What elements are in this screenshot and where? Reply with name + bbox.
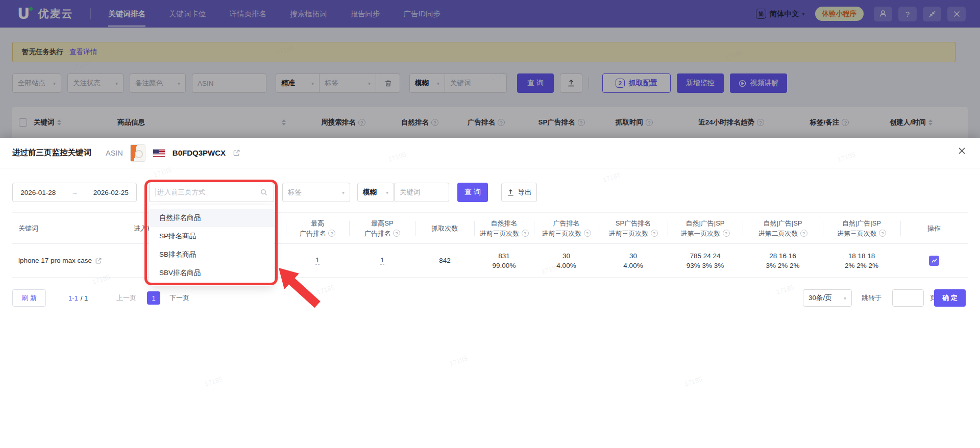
modal-filter-bar: 2026-01-28 → 2026-02-25 进入前三页方式 标签▾ 模糊▾ xyxy=(0,183,980,202)
search-icon xyxy=(260,189,267,196)
pagination-bar: 刷 新 1-1/ 1 上一页 1 下一页 30条/页▾ 跳转于 页 确 定 xyxy=(0,289,980,307)
dropdown-option-sb[interactable]: SB排名商品 xyxy=(149,245,274,264)
line-chart-icon xyxy=(931,257,938,264)
confirm-button[interactable]: 确 定 xyxy=(934,289,966,307)
col-actions: 操作 xyxy=(900,213,968,243)
tag-select[interactable]: 标签▾ xyxy=(282,183,350,202)
col-keyword: 关键词 xyxy=(12,213,128,243)
col-page1-count: 自然|广告|SP 进第一页次数? xyxy=(668,213,743,243)
max-sp-ad-rank-cell: 1 xyxy=(349,244,415,277)
sp-ad-top3-cell: 304.00% xyxy=(599,244,668,277)
jump-page-input[interactable] xyxy=(892,289,924,307)
arrow-right-icon: → xyxy=(71,189,78,196)
asin-value: B0FDQ3PWCX xyxy=(173,148,226,157)
page1-count-cell: 785 24 2493% 3% 3% xyxy=(668,244,743,277)
info-icon[interactable]: ? xyxy=(328,230,335,237)
col-sp-ad-top3: SP广告排名 进前三页次数? xyxy=(599,213,668,243)
upload-icon xyxy=(507,189,514,196)
external-link-icon[interactable] xyxy=(95,257,102,264)
entry-method-select[interactable]: 进入前三页方式 xyxy=(149,183,274,202)
col-max-sp-ad-rank: 最高SP 广告排名? xyxy=(349,213,415,243)
page-size-select[interactable]: 30条/页▾ xyxy=(803,289,852,307)
actions-cell xyxy=(900,244,968,277)
col-organic-top3: 自然排名 进前三页次数? xyxy=(474,213,534,243)
date-from: 2026-01-28 xyxy=(20,189,56,196)
info-icon[interactable]: ? xyxy=(723,230,730,237)
col-page3-count: 自然|广告|SP 进第三页次数? xyxy=(823,213,900,243)
modal-close-button[interactable] xyxy=(958,147,966,155)
asin-label: ASIN xyxy=(106,149,123,157)
dropdown-option-sbv[interactable]: SBV排名商品 xyxy=(149,264,274,282)
dropdown-option-organic[interactable]: 自然排名商品 xyxy=(149,209,274,227)
app-window: U 优麦云 关键词排名 关键词卡位 详情页排名 搜索框拓词 报告同步 广告ID同… xyxy=(0,0,980,448)
max-ad-rank-cell: 1 xyxy=(286,244,349,277)
us-flag-icon xyxy=(153,149,165,157)
modal-backdrop-overlay xyxy=(0,0,980,138)
col-page2-count: 自然|广告|SP 进第二页次数? xyxy=(743,213,823,243)
pagination-range: 1-1/ 1 xyxy=(68,289,88,307)
text-cursor xyxy=(156,188,156,196)
info-icon[interactable]: ? xyxy=(393,230,400,237)
keyword-filter-group: 模糊▾ 关键词 xyxy=(357,183,449,202)
info-icon[interactable]: ? xyxy=(800,230,807,237)
entry-method-dropdown: 自然排名商品 SP排名商品 SB排名商品 SBV排名商品 xyxy=(149,205,274,286)
info-icon[interactable]: ? xyxy=(584,230,591,237)
external-link-icon[interactable] xyxy=(233,149,240,157)
entry-method-placeholder: 进入前三页方式 xyxy=(157,188,206,197)
trend-chart-button[interactable] xyxy=(929,256,939,266)
next-page-button[interactable]: 下一页 xyxy=(169,289,189,307)
date-range-picker[interactable]: 2026-01-28 → 2026-02-25 xyxy=(12,183,137,202)
current-page[interactable]: 1 xyxy=(147,291,160,305)
info-icon[interactable]: ? xyxy=(879,230,886,237)
prev-page-button[interactable]: 上一页 xyxy=(116,289,136,307)
info-icon[interactable]: ? xyxy=(522,230,529,237)
modal-search-button[interactable]: 查 询 xyxy=(457,183,488,202)
col-crawl-count: 抓取次数 xyxy=(415,213,474,243)
col-max-ad-rank: 最高 广告排名? xyxy=(286,213,349,243)
product-thumbnail xyxy=(130,144,145,162)
info-icon[interactable]: ? xyxy=(651,230,658,237)
jump-label: 跳转于 xyxy=(862,289,881,307)
organic-top3-cell: 83199.00% xyxy=(474,244,534,277)
modal-header: 进过前三页监控关键词 ASIN B0FDQ3PWCX xyxy=(0,138,980,168)
page3-count-cell: 18 18 182% 2% 2% xyxy=(823,244,900,277)
keyword-text: iphone 17 pro max case xyxy=(18,257,92,264)
refresh-button[interactable]: 刷 新 xyxy=(12,289,46,307)
page2-count-cell: 28 16 163% 2% 2% xyxy=(743,244,823,277)
modal-title: 进过前三页监控关键词 xyxy=(12,147,91,158)
dropdown-option-sp[interactable]: SP排名商品 xyxy=(149,227,274,245)
date-to: 2026-02-25 xyxy=(93,189,129,196)
keyword-cell: iphone 17 pro max case xyxy=(12,244,128,277)
fuzzy-mode-select[interactable]: 模糊▾ xyxy=(357,183,394,202)
keyword-input[interactable]: 关键词 xyxy=(394,183,449,202)
ad-top3-cell: 304.00% xyxy=(534,244,599,277)
col-ad-top3: 广告排名 进前三页次数? xyxy=(534,213,599,243)
crawl-count-cell: 842 xyxy=(415,244,474,277)
modal-export-button[interactable]: 导出 xyxy=(501,183,537,202)
top3-keywords-modal: 进过前三页监控关键词 ASIN B0FDQ3PWCX 2026-01-28 → … xyxy=(0,138,980,448)
close-icon xyxy=(958,147,966,155)
